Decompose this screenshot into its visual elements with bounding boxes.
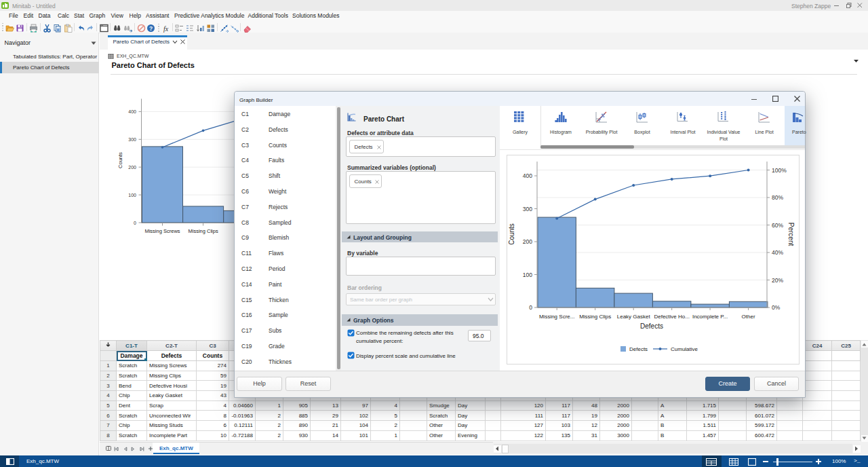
svg-text:200: 200 bbox=[128, 165, 136, 170]
svg-text:Missing Clips: Missing Clips bbox=[189, 228, 218, 234]
svg-text:300: 300 bbox=[523, 206, 532, 212]
svg-text:Missing Clips: Missing Clips bbox=[579, 314, 611, 320]
svg-text:400: 400 bbox=[128, 109, 136, 114]
svg-text:100: 100 bbox=[523, 272, 532, 278]
svg-text:0: 0 bbox=[529, 304, 532, 311]
svg-text:200: 200 bbox=[523, 238, 532, 245]
svg-text:Missing Screws: Missing Screws bbox=[144, 228, 180, 234]
svg-text:Defects: Defects bbox=[640, 322, 663, 330]
svg-text:Incomplete P...: Incomplete P... bbox=[692, 314, 728, 320]
svg-text:80%: 80% bbox=[772, 194, 783, 201]
svg-text:Leaky Gasket: Leaky Gasket bbox=[617, 314, 651, 320]
svg-text:0%: 0% bbox=[772, 304, 781, 311]
svg-text:0: 0 bbox=[134, 221, 136, 225]
svg-text:Defective Ho...: Defective Ho... bbox=[654, 314, 689, 320]
svg-text:100: 100 bbox=[128, 193, 136, 198]
svg-text:60%: 60% bbox=[772, 222, 783, 229]
svg-text:Percent: Percent bbox=[787, 223, 795, 246]
svg-text:100%: 100% bbox=[772, 167, 787, 174]
svg-text:Other: Other bbox=[742, 314, 755, 320]
svg-text:Missing Scre...: Missing Scre... bbox=[539, 314, 574, 320]
svg-text:Counts: Counts bbox=[508, 223, 515, 245]
svg-text:Defects: Defects bbox=[629, 346, 648, 352]
svg-text:Counts: Counts bbox=[117, 152, 123, 168]
svg-text:20%: 20% bbox=[772, 277, 783, 284]
svg-text:400: 400 bbox=[523, 172, 532, 179]
svg-text:Cumulative: Cumulative bbox=[671, 346, 698, 352]
svg-text:300: 300 bbox=[128, 137, 136, 142]
svg-text:40%: 40% bbox=[772, 249, 783, 256]
